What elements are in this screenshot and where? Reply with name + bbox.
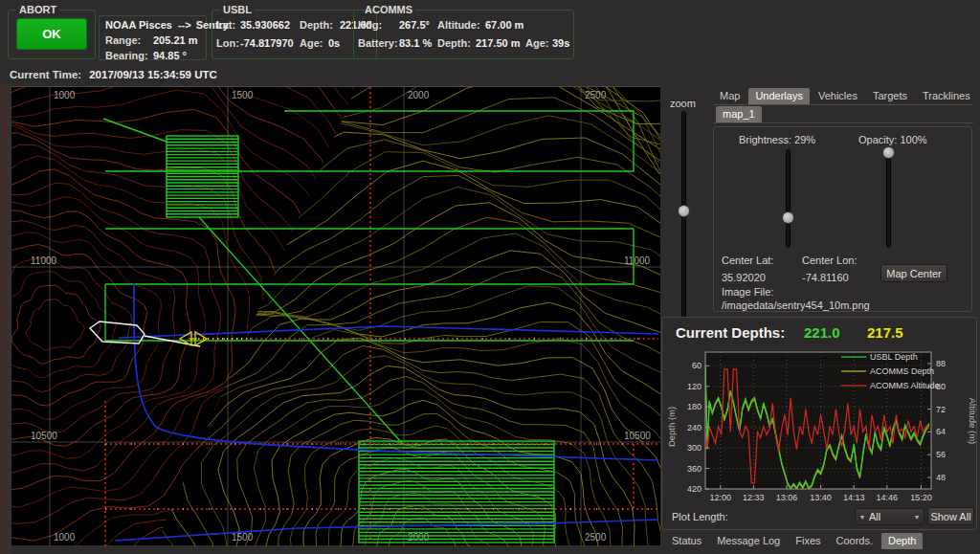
acomms-battery-value: 83.1 %: [399, 36, 437, 52]
current-time-label: Current Time:: [10, 67, 81, 83]
usbl-lon-label: Lon:: [216, 36, 240, 52]
usbl-group: USBL Lat: 35.930662 Depth: 221.00 Lon: -…: [212, 4, 377, 59]
window-edge-border: [3, 84, 5, 554]
svg-text:180: 180: [687, 402, 702, 411]
usbl-current-depth: 221.0: [804, 324, 840, 341]
underlay-tabbar-underline: [713, 122, 973, 123]
tab-vehicles[interactable]: Vehicles: [812, 88, 864, 104]
svg-text:88: 88: [936, 359, 946, 368]
svg-text:12:33: 12:33: [743, 493, 765, 502]
acomms-age-value: 39s: [552, 36, 569, 52]
depth-chart: 6012018024030036042088807264564812:0012:…: [663, 344, 977, 507]
tab-status[interactable]: Status: [665, 533, 708, 549]
current-time-value: 2017/09/13 15:34:59 UTC: [89, 67, 217, 83]
svg-text:2500: 2500: [585, 90, 607, 100]
svg-text:1500: 1500: [232, 532, 254, 543]
zoom-slider[interactable]: [681, 111, 686, 341]
svg-text:1500: 1500: [232, 90, 254, 100]
plot-length-label: Plot Length:: [672, 511, 728, 522]
brightness-label: Brightness: 29%: [739, 134, 815, 145]
svg-text:Altitude (m): Altitude (m): [968, 398, 977, 445]
svg-text:14:13: 14:13: [843, 493, 865, 502]
tab-fixes[interactable]: Fixes: [789, 533, 827, 549]
bearing-value: 94.85 °: [153, 49, 187, 64]
link-arrow: -->: [178, 18, 191, 33]
abort-group-label: ABORT: [16, 4, 59, 15]
image-file-label: Image File:: [722, 286, 773, 298]
svg-text:2500: 2500: [585, 532, 607, 543]
ship-name: NOAA Pisces: [105, 18, 172, 33]
map-viewport[interactable]: 1000100015001500200020002500250011000110…: [11, 86, 660, 545]
acomms-depth-label: Depth:: [437, 36, 476, 52]
svg-text:60: 60: [692, 361, 702, 370]
combo-down-arrow-icon: ▾: [910, 513, 924, 521]
range-value: 205.21 m: [153, 33, 197, 49]
show-all-button[interactable]: Show All: [927, 507, 974, 525]
acomms-group: ACOMMS Hdg: 267.5° Altitude: 67.00 m Bat…: [353, 4, 574, 59]
center-lat-label: Center Lat:: [722, 255, 773, 266]
acomms-age-label: Age:: [525, 36, 552, 52]
svg-text:2000: 2000: [408, 532, 430, 543]
svg-text:420: 420: [687, 484, 702, 494]
svg-text:300: 300: [687, 443, 702, 453]
tab-targets[interactable]: Targets: [866, 88, 914, 104]
depths-panel-title: Current Depths:: [676, 324, 785, 341]
opacity-slider-thumb[interactable]: [882, 146, 895, 159]
svg-text:ACOMMS Altitude: ACOMMS Altitude: [870, 381, 940, 390]
tab-coords[interactable]: Coords.: [830, 533, 880, 549]
acomms-altitude-label: Altitude:: [437, 18, 485, 33]
svg-text:ACOMMS Depth: ACOMMS Depth: [870, 366, 934, 376]
svg-text:56: 56: [936, 450, 946, 459]
svg-text:48: 48: [936, 473, 946, 482]
svg-text:1000: 1000: [54, 532, 76, 543]
svg-text:2000: 2000: [408, 90, 430, 100]
tab-map[interactable]: Map: [713, 88, 746, 104]
zoom-slider-thumb[interactable]: [678, 205, 690, 217]
svg-text:120: 120: [687, 382, 702, 391]
svg-text:11000: 11000: [624, 255, 651, 266]
tab-depth[interactable]: Depth: [881, 533, 923, 549]
brightness-slider[interactable]: [786, 149, 791, 248]
acomms-battery-label: Battery:: [358, 36, 399, 52]
bathymetry-map[interactable]: 1000100015001500200020002500250011000110…: [11, 87, 660, 546]
svg-text:10500: 10500: [31, 431, 57, 441]
underlay-settings-panel: [713, 126, 972, 312]
acomms-depth-value: 217.50 m: [476, 36, 525, 52]
svg-text:11000: 11000: [31, 255, 57, 266]
tab-map-1[interactable]: map_1: [716, 106, 762, 122]
svg-text:360: 360: [687, 464, 702, 474]
plot-length-select[interactable]: ▾ All ▾: [855, 508, 924, 525]
usbl-lon-value: -74.817970: [240, 36, 300, 52]
svg-text:Depth (m): Depth (m): [666, 407, 677, 447]
underlay-tabbar: map_1: [716, 106, 762, 122]
range-label: Range:: [105, 33, 153, 49]
tab-tracklines[interactable]: Tracklines: [916, 88, 977, 104]
usbl-age-label: Age:: [300, 36, 328, 52]
opacity-slider[interactable]: [886, 149, 891, 248]
usbl-depth-label: Depth:: [300, 18, 340, 33]
image-file-path: /imagedata/sentry454_10m.png: [722, 299, 870, 311]
svg-text:10500: 10500: [624, 431, 651, 441]
brightness-slider-thumb[interactable]: [782, 211, 794, 224]
abort-group: ABORT OK: [8, 4, 96, 59]
acomms-hdg-label: Hdg:: [358, 18, 399, 33]
svg-text:1000: 1000: [54, 90, 76, 100]
svg-text:64: 64: [936, 427, 946, 436]
usbl-lat-value: 35.930662: [240, 18, 300, 33]
combo-left-arrow-icon: ▾: [856, 513, 869, 521]
center-lon-value: -74.81160: [802, 272, 849, 283]
bearing-label: Bearing:: [105, 49, 153, 64]
svg-text:72: 72: [936, 405, 946, 414]
svg-text:12:00: 12:00: [709, 493, 731, 502]
center-lon-label: Center Lon:: [802, 255, 857, 266]
abort-ok-button[interactable]: OK: [16, 18, 87, 50]
svg-text:15:20: 15:20: [910, 493, 932, 502]
plot-length-value: All: [869, 511, 910, 522]
right-panel-tabbar: Map Underlays Vehicles Targets Trackline…: [713, 88, 977, 104]
usbl-lat-label: Lat:: [216, 18, 240, 33]
map-center-button[interactable]: Map Center: [880, 264, 947, 282]
tab-message-log[interactable]: Message Log: [710, 533, 787, 549]
svg-text:13:06: 13:06: [776, 493, 798, 502]
tab-underlays[interactable]: Underlays: [748, 88, 810, 104]
usbl-age-value: 0s: [328, 36, 340, 52]
